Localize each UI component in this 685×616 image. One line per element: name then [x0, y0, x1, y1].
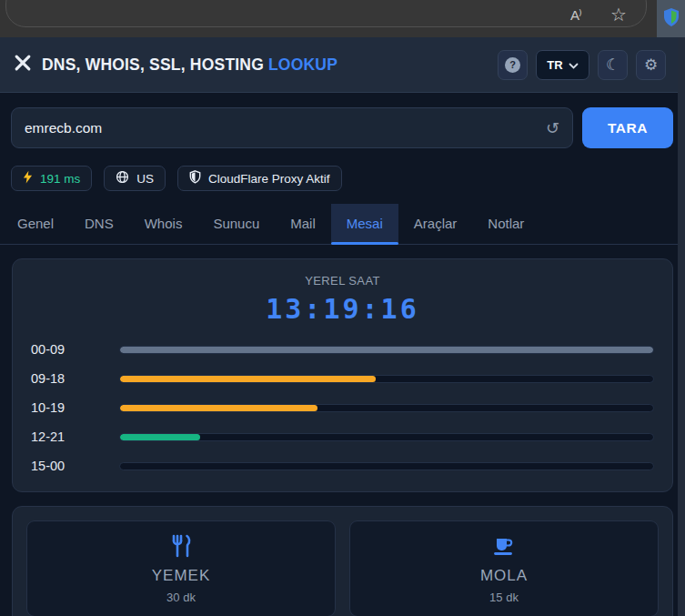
- clock-time: 13:19:16: [31, 293, 654, 325]
- lunch-duration: 30 dk: [166, 591, 196, 604]
- tab-mail[interactable]: Mail: [275, 204, 331, 244]
- shift-progress-track: [119, 375, 654, 383]
- tab-dns[interactable]: DNS: [69, 204, 129, 244]
- read-aloud-icon[interactable]: A⁾: [570, 7, 581, 24]
- question-icon: ?: [505, 57, 520, 73]
- coffee-mug-icon: [491, 534, 517, 561]
- theme-toggle-button[interactable]: ☾: [598, 50, 628, 80]
- tab-bar: Genel DNS Whois Sunucu Mail Mesai Araçla…: [0, 204, 685, 245]
- proxy-badge: CloudFlare Proxy Aktif: [177, 166, 342, 191]
- app-header: DNS, WHOIS, SSL, HOSTINGLOOKUP ? TR ☾ ⚙: [0, 37, 685, 93]
- latency-badge: 191 ms: [11, 166, 92, 191]
- shift-range-label: 10-19: [31, 400, 119, 415]
- domain-input[interactable]: [25, 120, 546, 136]
- browser-extension-button[interactable]: [657, 0, 685, 37]
- clock-label: YEREL SAAT: [31, 274, 654, 288]
- language-select[interactable]: TR: [536, 50, 589, 80]
- break-duration: 15 dk: [489, 591, 519, 604]
- settings-button[interactable]: ⚙: [636, 50, 666, 80]
- tab-whois[interactable]: Whois: [129, 204, 198, 244]
- shift-progress-fill: [120, 434, 200, 440]
- tab-mesai[interactable]: Mesai: [331, 204, 398, 244]
- shift-row: 00-09: [31, 342, 654, 357]
- proxy-value: CloudFlare Proxy Aktif: [208, 172, 330, 186]
- page: DNS, WHOIS, SSL, HOSTINGLOOKUP ? TR ☾ ⚙: [0, 37, 685, 616]
- tools-icon: [13, 53, 33, 76]
- gear-icon: ⚙: [644, 56, 658, 75]
- shift-progress-fill: [120, 376, 376, 382]
- favorite-star-icon[interactable]: ☆: [610, 4, 627, 25]
- shift-row: 10-19: [31, 400, 654, 415]
- search-row: ↺ TARA: [0, 93, 685, 148]
- shift-row: 15-00: [31, 459, 654, 473]
- shift-row: 12-21: [31, 429, 654, 444]
- status-badges: 191 ms US CloudFlare Proxy Aktif: [0, 148, 685, 191]
- country-badge: US: [104, 166, 166, 191]
- break-title: MOLA: [480, 567, 528, 585]
- shift-progress-fill: [120, 347, 653, 353]
- country-value: US: [136, 172, 154, 186]
- scan-button[interactable]: TARA: [582, 107, 673, 148]
- chevron-down-icon: [569, 58, 579, 72]
- shift-progress-track: [119, 404, 654, 412]
- page-title-accent: LOOKUP: [268, 56, 337, 74]
- shift-range-label: 15-00: [31, 459, 119, 473]
- utensils-icon: [167, 534, 195, 561]
- page-title: DNS, WHOIS, SSL, HOSTINGLOOKUP: [42, 56, 337, 75]
- globe-icon: [116, 170, 129, 187]
- history-icon[interactable]: ↺: [546, 120, 559, 136]
- shift-range-label: 00-09: [31, 342, 119, 357]
- latency-value: 191 ms: [40, 172, 80, 186]
- shift-range-label: 12-21: [31, 429, 119, 444]
- tab-sunucu[interactable]: Sunucu: [197, 204, 275, 244]
- tab-araclar[interactable]: Araçlar: [398, 204, 473, 244]
- browser-address-bar[interactable]: [5, 0, 647, 27]
- shift-progress-fill: [120, 405, 317, 411]
- shift-progress-track: [119, 346, 654, 354]
- language-value: TR: [547, 58, 562, 72]
- shift-progress-track: [119, 433, 654, 441]
- extension-shield-icon: [662, 7, 680, 31]
- tab-genel[interactable]: Genel: [2, 204, 69, 244]
- moon-icon: ☾: [606, 56, 620, 75]
- browser-chrome: A⁾ ☆: [0, 0, 685, 37]
- tab-notlar[interactable]: Notlar: [472, 204, 539, 244]
- break-card: MOLA 15 dk: [349, 520, 659, 616]
- page-scrollbar[interactable]: [678, 37, 685, 616]
- breaks-panel: YEMEK 30 dk MOLA 15 dk: [12, 506, 673, 616]
- shield-icon: [189, 170, 201, 187]
- shift-range-label: 09-18: [31, 371, 119, 386]
- shift-row: 09-18: [31, 371, 654, 386]
- search-box: ↺: [11, 107, 573, 148]
- lunch-title: YEMEK: [152, 567, 211, 585]
- shift-progress-track: [119, 462, 654, 470]
- help-button[interactable]: ?: [498, 50, 528, 80]
- lightning-bolt-icon: [23, 170, 33, 187]
- lunch-card: YEMEK 30 dk: [26, 520, 336, 616]
- header-actions: ? TR ☾ ⚙: [498, 50, 666, 80]
- local-time-panel: YEREL SAAT 13:19:16 00-09 09-18 10-19: [12, 258, 673, 492]
- shift-progress-list: 00-09 09-18 10-19 12-21: [31, 342, 654, 473]
